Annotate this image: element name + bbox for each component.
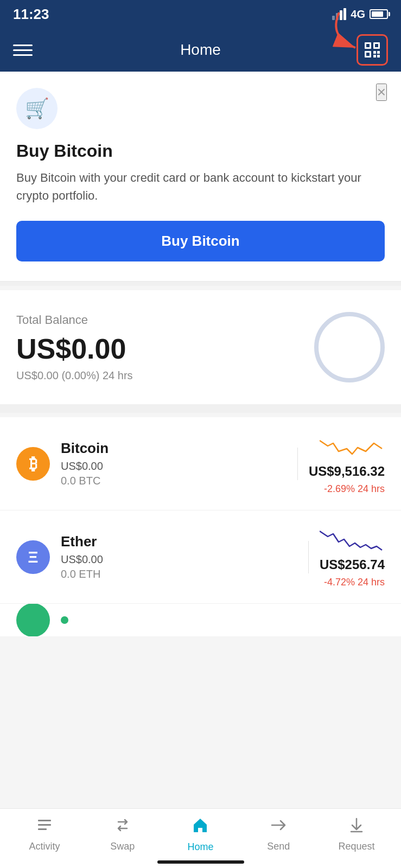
status-bar: 11:23 4G	[0, 0, 401, 28]
svg-rect-7	[373, 51, 376, 54]
bottom-spacer	[0, 636, 401, 701]
list-item[interactable]: ₿ Bitcoin US$0.00 0.0 BTC US$9,516.32 -2…	[0, 417, 401, 510]
promo-icon-wrapper: 🛒	[16, 88, 58, 129]
promo-description: Buy Bitcoin with your credit card or ban…	[16, 169, 385, 205]
bitcoin-balance: US$0.00	[61, 460, 287, 473]
nav-item-activity[interactable]: Activity	[5, 816, 84, 852]
ether-right: US$256.74 -4.72% 24 hrs	[320, 526, 385, 588]
home-label: Home	[187, 841, 213, 853]
bitcoin-logo: ₿	[16, 447, 50, 481]
ether-name: Ether	[61, 533, 297, 550]
section-divider	[0, 282, 401, 286]
nav-item-send[interactable]: Send	[239, 816, 317, 852]
page-title: Home	[180, 41, 221, 59]
list-item-partial[interactable]	[0, 604, 401, 636]
menu-button[interactable]	[13, 44, 33, 56]
partial-indicator	[61, 616, 68, 624]
request-icon	[348, 816, 365, 838]
svg-rect-4	[375, 44, 378, 47]
signal-bars-icon	[332, 8, 346, 20]
buy-bitcoin-button[interactable]: Buy Bitcoin	[16, 221, 385, 261]
home-icon	[191, 816, 209, 838]
balance-chart	[314, 312, 385, 382]
activity-icon	[36, 816, 53, 838]
send-icon	[270, 816, 287, 838]
balance-label: Total Balance	[16, 313, 133, 327]
balance-amount: US$0.00	[16, 333, 133, 365]
network-label: 4G	[351, 8, 365, 21]
battery-icon	[370, 9, 388, 19]
partial-info	[61, 616, 68, 624]
divider-line	[297, 448, 298, 480]
ether-chart	[320, 526, 385, 553]
svg-rect-9	[373, 55, 376, 58]
header: Home	[0, 28, 401, 72]
bitcoin-info: Bitcoin US$0.00 0.0 BTC	[61, 440, 287, 487]
nav-item-request[interactable]: Request	[317, 816, 396, 852]
qr-code-icon	[364, 41, 381, 59]
qr-scan-button[interactable]	[357, 34, 388, 66]
activity-label: Activity	[29, 841, 60, 852]
bitcoin-change: -2.69% 24 hrs	[324, 483, 385, 495]
svg-rect-10	[377, 55, 380, 58]
request-label: Request	[339, 841, 375, 852]
svg-rect-8	[377, 51, 380, 54]
bitcoin-chart	[320, 432, 385, 459]
ether-price: US$256.74	[320, 557, 385, 572]
balance-section: Total Balance US$0.00 US$0.00 (0.00%) 24…	[0, 290, 401, 409]
list-item[interactable]: Ξ Ether US$0.00 0.0 ETH US$256.74 -4.72%…	[0, 510, 401, 604]
ether-logo: Ξ	[16, 540, 50, 574]
ether-balance: US$0.00	[61, 553, 297, 566]
bitcoin-price: US$9,516.32	[309, 464, 385, 479]
promo-close-button[interactable]: ×	[376, 84, 387, 101]
bottom-nav: Activity Swap Home Send	[0, 808, 401, 868]
svg-rect-11	[38, 820, 51, 821]
status-time: 11:23	[13, 6, 49, 23]
bitcoin-name: Bitcoin	[61, 440, 287, 457]
balance-change: US$0.00 (0.00%) 24 hrs	[16, 369, 133, 382]
balance-info: Total Balance US$0.00 US$0.00 (0.00%) 24…	[16, 313, 133, 382]
promo-card: × 🛒 Buy Bitcoin Buy Bitcoin with your cr…	[0, 72, 401, 282]
crypto-list: ₿ Bitcoin US$0.00 0.0 BTC US$9,516.32 -2…	[0, 417, 401, 636]
home-indicator	[157, 860, 244, 864]
promo-title: Buy Bitcoin	[16, 141, 385, 161]
ether-amount: 0.0 ETH	[61, 568, 297, 580]
qr-button-container	[357, 34, 388, 66]
cart-icon: 🛒	[25, 97, 49, 120]
svg-rect-6	[366, 53, 370, 56]
nav-item-swap[interactable]: Swap	[84, 816, 162, 852]
bitcoin-amount: 0.0 BTC	[61, 475, 287, 487]
send-label: Send	[267, 841, 290, 852]
ether-info: Ether US$0.00 0.0 ETH	[61, 533, 297, 580]
partial-crypto-logo	[16, 604, 50, 636]
swap-label: Swap	[110, 841, 135, 852]
swap-icon	[114, 816, 131, 838]
svg-rect-2	[366, 44, 370, 47]
nav-item-home[interactable]: Home	[162, 816, 240, 853]
svg-rect-13	[38, 828, 47, 830]
ether-change: -4.72% 24 hrs	[324, 577, 385, 588]
bitcoin-right: US$9,516.32 -2.69% 24 hrs	[309, 432, 385, 495]
status-icons: 4G	[332, 8, 388, 21]
svg-rect-12	[38, 824, 51, 826]
divider-line	[308, 541, 309, 573]
section-divider-2	[0, 409, 401, 413]
